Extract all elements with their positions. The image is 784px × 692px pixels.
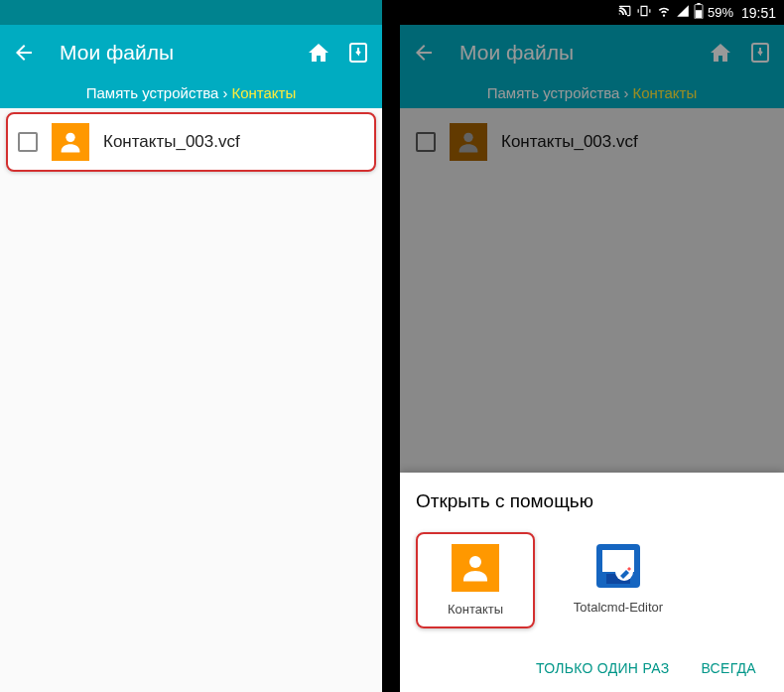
breadcrumb: Память устройства › Контакты [0,80,382,108]
file-item[interactable]: Контакты_003.vcf [406,112,778,172]
action-just-once[interactable]: ТОЛЬКО ОДИН РАЗ [536,660,669,676]
file-checkbox[interactable] [416,132,436,152]
screenshot-divider [382,0,400,692]
sheet-title: Открыть с помощью [416,490,768,512]
file-checkbox[interactable] [18,132,38,152]
sheet-actions: ТОЛЬКО ОДИН РАЗ ВСЕГДА [416,652,768,684]
app-bar: Мои файлы [400,25,784,80]
file-name: Контакты_003.vcf [501,132,638,152]
home-icon[interactable] [709,41,732,65]
breadcrumb-current[interactable]: Контакты [632,84,697,101]
svg-point-1 [65,133,74,142]
status-bar [0,0,382,25]
svg-rect-3 [697,3,700,5]
phone-left: Мои файлы Память устройства › Контакты К… [0,0,382,692]
breadcrumb-current[interactable]: Контакты [231,84,296,101]
app-bar: Мои файлы [0,25,382,80]
editor-app-icon [594,542,642,590]
action-always[interactable]: ВСЕГДА [701,660,756,676]
file-list: Контакты_003.vcf Открыть с помощью Конта… [400,108,784,692]
app-options: Контакты Totalcmd-Editor [416,528,768,632]
vibrate-icon [636,4,652,21]
breadcrumb-parent[interactable]: Память устройства [487,84,620,101]
chevron-right-icon: › [222,84,227,101]
app-option-label: Контакты [448,602,503,617]
file-name: Контакты_003.vcf [103,132,240,152]
contacts-file-icon [52,123,89,161]
cast-icon [616,4,632,21]
svg-rect-4 [696,10,702,18]
app-option-label: Totalcmd-Editor [574,600,663,615]
file-list: Контакты_003.vcf [0,108,382,692]
home-icon[interactable] [307,41,330,65]
breadcrumb-parent[interactable]: Память устройства [86,84,219,101]
chevron-right-icon: › [623,84,628,101]
open-with-sheet: Открыть с помощью Контакты Totalcmd-Edit… [400,473,784,692]
app-title: Мои файлы [60,41,307,65]
app-option-contacts[interactable]: Контакты [416,532,535,628]
app-title: Мои файлы [459,41,709,65]
file-item[interactable]: Контакты_003.vcf [6,112,376,172]
breadcrumb: Память устройства › Контакты [400,80,784,108]
svg-point-7 [469,556,481,568]
wifi-icon [656,4,672,21]
phone-right: 59% 19:51 Мои файлы Память устройства › … [400,0,784,692]
signal-icon [676,4,690,21]
storage-icon[interactable] [748,41,772,65]
status-time: 19:51 [741,5,776,21]
battery-icon [694,3,704,22]
back-icon[interactable] [12,41,36,65]
contacts-file-icon [450,123,487,161]
app-option-editor[interactable]: Totalcmd-Editor [559,532,678,628]
status-bar: 59% 19:51 [400,0,784,25]
storage-icon[interactable] [346,41,370,65]
back-icon[interactable] [412,41,436,65]
battery-percent: 59% [708,5,733,20]
svg-point-6 [463,133,472,142]
contacts-app-icon [452,544,499,592]
